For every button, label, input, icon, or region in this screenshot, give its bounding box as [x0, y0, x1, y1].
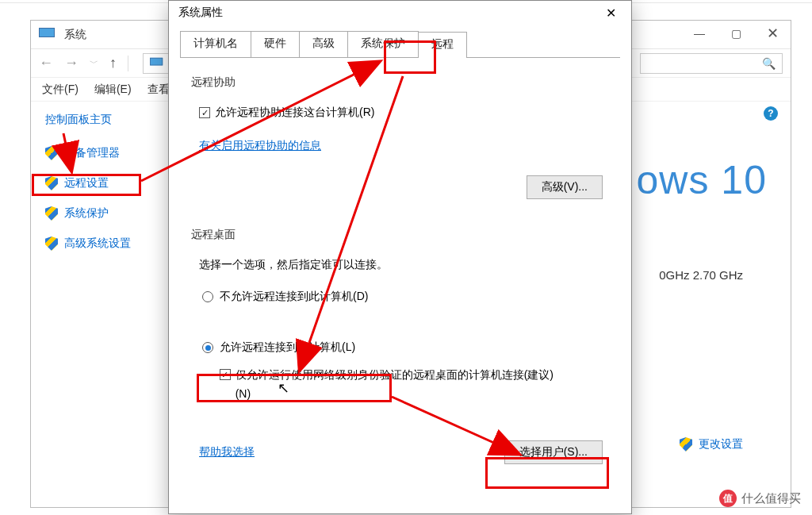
sidebar-item-label: 设备管理器 [64, 146, 120, 160]
history-dropdown-icon[interactable]: ﹀ [90, 57, 98, 69]
dialog-titlebar: 系统属性 ✕ [169, 1, 631, 25]
computer-icon [39, 28, 56, 42]
change-settings-link[interactable]: 更改设置 [680, 437, 743, 452]
dialog-close-button[interactable]: ✕ [596, 4, 625, 21]
tab-computer-name[interactable]: 计算机名 [180, 31, 251, 57]
sidebar-item-remote-settings[interactable]: 远程设置 [45, 176, 166, 190]
tab-advanced[interactable]: 高级 [299, 31, 348, 57]
dialog-tabs: 计算机名 硬件 高级 系统保护 远程 [180, 31, 620, 58]
change-settings-label: 更改设置 [699, 437, 743, 452]
select-users-button[interactable]: 选择用户(S)... [504, 440, 603, 464]
sidebar: 控制面板主页 设备管理器 远程设置 系统保护 高级系统设置 [31, 102, 166, 507]
radio-label: 不允许远程连接到此计算机(D) [220, 290, 368, 304]
radio-disallow-remote[interactable]: 不允许远程连接到此计算机(D) [202, 290, 609, 304]
checkbox-label: 允许远程协助连接这台计算机(R) [215, 106, 374, 120]
checkbox-label: 仅允许运行使用网络级别身份验证的远程桌面的计算机连接(建议)(N) [236, 366, 561, 404]
help-me-choose-link[interactable]: 帮助我选择 [199, 445, 255, 459]
computer-icon [150, 57, 164, 68]
remote-assist-info-link[interactable]: 有关启用远程协助的信息 [199, 139, 321, 152]
watermark-text: 什么值得买 [741, 491, 801, 506]
sidebar-item-label: 远程设置 [64, 176, 109, 190]
system-title: 系统 [64, 28, 86, 42]
remote-tab-body: 远程协助 允许远程协助连接这台计算机(R) 有关启用远程协助的信息 高级(V).… [169, 58, 631, 477]
os-brand-fragment: ows 10 [637, 157, 767, 203]
allow-remote-assist-checkbox[interactable]: 允许远程协助连接这台计算机(R) [199, 106, 609, 120]
shield-icon [680, 437, 692, 452]
maximize-button[interactable]: ▢ [718, 21, 754, 46]
cpu-spec-fragment: 0GHz 2.70 GHz [659, 268, 743, 282]
radio-label: 允许远程连接到此计算机(L) [220, 340, 355, 355]
menu-view[interactable]: 查看 [147, 83, 170, 97]
group-remote-desktop: 远程桌面 [191, 228, 609, 242]
forward-arrow-icon[interactable]: → [64, 55, 79, 71]
tab-hardware[interactable]: 硬件 [251, 31, 300, 57]
search-input[interactable]: 🔍 [640, 53, 783, 74]
up-arrow-icon[interactable]: ↑ [109, 55, 117, 71]
menu-edit[interactable]: 编辑(E) [94, 83, 132, 97]
radio-allow-remote[interactable]: 允许远程连接到此计算机(L) [202, 340, 609, 355]
radio-icon [202, 291, 213, 302]
sidebar-item-device-manager[interactable]: 设备管理器 [45, 146, 166, 160]
watermark-logo-icon: 值 [719, 490, 737, 507]
checkbox-icon [220, 369, 231, 380]
shield-icon [45, 236, 58, 251]
checkbox-icon [199, 107, 210, 118]
sidebar-item-advanced-settings[interactable]: 高级系统设置 [45, 236, 166, 251]
sidebar-item-label: 高级系统设置 [64, 236, 131, 251]
tab-remote[interactable]: 远程 [418, 32, 467, 58]
nla-checkbox[interactable]: 仅允许运行使用网络级别身份验证的远程桌面的计算机连接(建议)(N) [220, 366, 561, 404]
control-panel-home-link[interactable]: 控制面板主页 [45, 113, 166, 127]
minimize-button[interactable]: — [681, 21, 718, 46]
search-icon: 🔍 [762, 57, 776, 70]
dialog-title: 系统属性 [178, 6, 223, 20]
sidebar-item-system-protection[interactable]: 系统保护 [45, 206, 166, 221]
tab-system-protection[interactable]: 系统保护 [347, 31, 419, 57]
radio-icon [202, 342, 213, 353]
watermark: 值 什么值得买 [719, 490, 801, 507]
close-button[interactable]: ✕ [754, 21, 791, 46]
back-arrow-icon[interactable]: ← [39, 55, 53, 71]
remote-assist-advanced-button[interactable]: 高级(V)... [527, 175, 603, 199]
system-properties-dialog: 系统属性 ✕ 计算机名 硬件 高级 系统保护 远程 远程协助 允许远程协助连接这… [168, 0, 632, 514]
shield-icon [45, 146, 58, 160]
shield-icon [45, 176, 58, 190]
shield-icon [45, 206, 58, 221]
sidebar-item-label: 系统保护 [64, 206, 109, 221]
group-remote-assist: 远程协助 [191, 75, 609, 90]
menu-file[interactable]: 文件(F) [42, 83, 79, 97]
remote-desktop-prompt: 选择一个选项，然后指定谁可以连接。 [199, 258, 609, 272]
